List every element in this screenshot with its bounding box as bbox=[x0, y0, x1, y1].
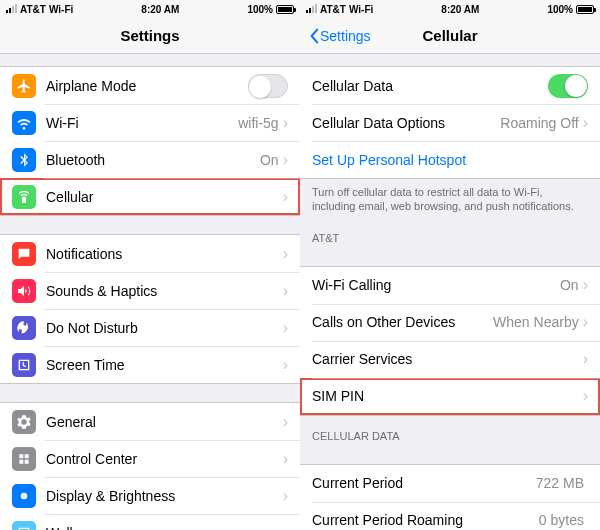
back-button[interactable]: Settings bbox=[308, 28, 371, 44]
signal-icon bbox=[306, 5, 317, 13]
chevron-right-icon: › bbox=[283, 246, 288, 262]
group-header: CELLULAR DATA bbox=[300, 416, 600, 446]
row-label: Current Period bbox=[312, 475, 536, 491]
row-cellular-data-options[interactable]: Cellular Data OptionsRoaming Off› bbox=[300, 104, 600, 141]
row-value: 722 MB bbox=[536, 475, 584, 491]
chevron-right-icon: › bbox=[283, 320, 288, 336]
row-do-not-disturb[interactable]: Do Not Disturb› bbox=[0, 309, 300, 346]
chevron-left-icon bbox=[308, 28, 320, 44]
row-label: Notifications bbox=[46, 246, 283, 262]
row-display-brightness[interactable]: Display & Brightness› bbox=[0, 477, 300, 514]
carrier-label: AT&T bbox=[320, 4, 346, 15]
row-label: SIM PIN bbox=[312, 388, 583, 404]
section-footer: Turn off cellular data to restrict all d… bbox=[300, 179, 600, 218]
row-label: Do Not Disturb bbox=[46, 320, 283, 336]
wifi-label: Wi-Fi bbox=[349, 4, 373, 15]
settings-content[interactable]: Airplane Mode Wi-Fiwifi-5g› BluetoothOn›… bbox=[0, 54, 300, 530]
row-value: Roaming Off bbox=[500, 115, 578, 131]
row-value: On bbox=[560, 277, 579, 293]
row-label: Wi-Fi Calling bbox=[312, 277, 560, 293]
wifi-icon bbox=[12, 111, 36, 135]
chevron-right-icon: › bbox=[283, 525, 288, 531]
general-icon bbox=[12, 410, 36, 434]
row-value: 0 bytes bbox=[539, 512, 584, 528]
battery-icon bbox=[276, 5, 294, 14]
row-control-center[interactable]: Control Center› bbox=[0, 440, 300, 477]
row-label: Bluetooth bbox=[46, 152, 260, 168]
status-bar: AT&T Wi-Fi 8:20 AM 100% bbox=[0, 0, 300, 18]
chevron-right-icon: › bbox=[583, 388, 588, 404]
row-value: wifi-5g bbox=[238, 115, 278, 131]
row-label: Wallpaper bbox=[46, 525, 283, 531]
chevron-right-icon: › bbox=[283, 357, 288, 373]
row-label: Sounds & Haptics bbox=[46, 283, 283, 299]
group-header: AT&T bbox=[300, 218, 600, 248]
time-label: 8:20 AM bbox=[141, 4, 179, 15]
row-label: Display & Brightness bbox=[46, 488, 283, 504]
row-bluetooth[interactable]: BluetoothOn› bbox=[0, 141, 300, 178]
row-wallpaper[interactable]: Wallpaper› bbox=[0, 514, 300, 530]
battery-pct: 100% bbox=[547, 4, 573, 15]
chevron-right-icon: › bbox=[283, 152, 288, 168]
row-screen-time[interactable]: Screen Time› bbox=[0, 346, 300, 383]
row-label: Calls on Other Devices bbox=[312, 314, 493, 330]
battery-pct: 100% bbox=[247, 4, 273, 15]
row-label: Cellular bbox=[46, 189, 283, 205]
row-value: When Nearby bbox=[493, 314, 579, 330]
cellular-content[interactable]: Cellular DataCellular Data OptionsRoamin… bbox=[300, 54, 600, 530]
row-label: Cellular Data Options bbox=[312, 115, 500, 131]
display-icon bbox=[12, 484, 36, 508]
row-calls-on-other-devices[interactable]: Calls on Other DevicesWhen Nearby› bbox=[300, 304, 600, 341]
chevron-right-icon: › bbox=[283, 451, 288, 467]
row-label: General bbox=[46, 414, 283, 430]
battery-icon bbox=[576, 5, 594, 14]
time-label: 8:20 AM bbox=[441, 4, 479, 15]
row-label: Wi-Fi bbox=[46, 115, 238, 131]
notifications-icon bbox=[12, 242, 36, 266]
screentime-icon bbox=[12, 353, 36, 377]
carrier-label: AT&T bbox=[20, 4, 46, 15]
row-label: Control Center bbox=[46, 451, 283, 467]
toggle-switch[interactable] bbox=[248, 74, 288, 98]
chevron-right-icon: › bbox=[583, 351, 588, 367]
toggle-switch[interactable] bbox=[548, 74, 588, 98]
wallpaper-icon bbox=[12, 521, 36, 531]
row-set-up-personal-hotspot[interactable]: Set Up Personal Hotspot bbox=[300, 141, 600, 178]
cellular-screen: AT&T Wi-Fi 8:20 AM 100% Settings Cellula… bbox=[300, 0, 600, 530]
back-label: Settings bbox=[320, 28, 371, 44]
row-label: Cellular Data bbox=[312, 78, 548, 94]
wifi-label: Wi-Fi bbox=[49, 4, 73, 15]
row-wi-fi[interactable]: Wi-Fiwifi-5g› bbox=[0, 104, 300, 141]
chevron-right-icon: › bbox=[583, 115, 588, 131]
row-general[interactable]: General› bbox=[0, 403, 300, 440]
dnd-icon bbox=[12, 316, 36, 340]
status-bar: AT&T Wi-Fi 8:20 AM 100% bbox=[300, 0, 600, 18]
controlcenter-icon bbox=[12, 447, 36, 471]
chevron-right-icon: › bbox=[583, 314, 588, 330]
row-value: On bbox=[260, 152, 279, 168]
row-label: Airplane Mode bbox=[46, 78, 248, 94]
row-wi-fi-calling[interactable]: Wi-Fi CallingOn› bbox=[300, 267, 600, 304]
row-carrier-services[interactable]: Carrier Services› bbox=[300, 341, 600, 378]
row-cellular[interactable]: Cellular› bbox=[0, 178, 300, 215]
chevron-right-icon: › bbox=[283, 115, 288, 131]
row-label: Screen Time bbox=[46, 357, 283, 373]
row-sounds-haptics[interactable]: Sounds & Haptics› bbox=[0, 272, 300, 309]
chevron-right-icon: › bbox=[283, 488, 288, 504]
row-sim-pin[interactable]: SIM PIN› bbox=[300, 378, 600, 415]
chevron-right-icon: › bbox=[283, 189, 288, 205]
nav-bar: Settings Cellular bbox=[300, 18, 600, 54]
row-current-period: Current Period722 MB bbox=[300, 465, 600, 502]
row-notifications[interactable]: Notifications› bbox=[0, 235, 300, 272]
page-title: Settings bbox=[0, 27, 300, 44]
signal-icon bbox=[6, 5, 17, 13]
bluetooth-icon bbox=[12, 148, 36, 172]
airplane-icon bbox=[12, 74, 36, 98]
row-current-period-roaming: Current Period Roaming0 bytes bbox=[300, 502, 600, 530]
row-label: Carrier Services bbox=[312, 351, 583, 367]
chevron-right-icon: › bbox=[283, 414, 288, 430]
row-cellular-data[interactable]: Cellular Data bbox=[300, 67, 600, 104]
row-airplane-mode[interactable]: Airplane Mode bbox=[0, 67, 300, 104]
sounds-icon bbox=[12, 279, 36, 303]
row-label: Current Period Roaming bbox=[312, 512, 539, 528]
